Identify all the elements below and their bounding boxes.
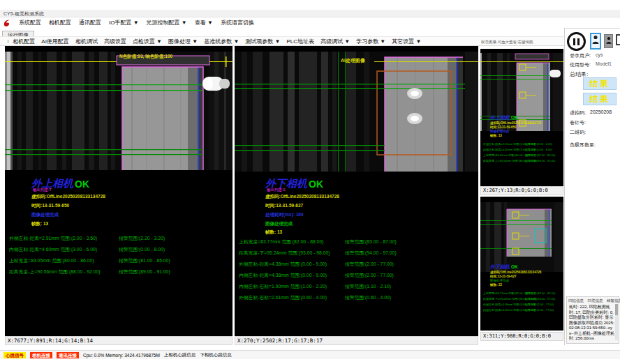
measure-text: 外侧左粘-距离=4.38mm 范围:(0.00 - 9.00) — [239, 261, 327, 268]
mini1-alarm: 报警范围:(81.00 - 85.00) — [525, 153, 555, 157]
cpu-memory-text: Cpu: 0.0% Memory: 3424.41796875M — [83, 353, 160, 358]
tool-spot-check[interactable]: 点检设置 ▼ — [133, 38, 162, 45]
frames-text-lower: 帧数: 13 — [265, 229, 282, 236]
menu-item-light-config[interactable]: 光源控制配置 ▼ — [147, 19, 187, 26]
mini2-alarm: 报警范围:(2.00 - 77.00) — [525, 303, 554, 306]
tool-baseline-params[interactable]: 基准线参数 ▼ — [204, 38, 239, 45]
tab-count-label: 负极耳数量: — [570, 142, 596, 149]
mini2-frames: 帧数: 13 — [490, 283, 502, 287]
mini2-alarm: 报警范围:(83.00 - 87.00) — [525, 291, 555, 295]
result-ok-upper: OK — [75, 179, 89, 190]
result-ok-lower: OK — [309, 179, 323, 190]
tool-other-settings[interactable]: 其它设置 ▼ — [392, 38, 421, 45]
menu-item-system-config[interactable]: 系统配置 — [19, 19, 41, 26]
window-title: CY5-视觉检测系统 — [3, 11, 44, 16]
mini2-done: 图像处理完成 — [490, 279, 509, 282]
camera-image-upper — [5, 52, 232, 170]
toolbar-grip[interactable]: ‖ — [7, 38, 9, 45]
pause-button[interactable] — [567, 32, 586, 51]
ai-image-label: AI处理图像 — [341, 57, 365, 64]
tool-plc-table[interactable]: PLC地址表 — [286, 38, 314, 45]
control-panel: 登录用户: cys 使用型号: Model1 总结果: 结果 结果 虚拟码: 2… — [564, 28, 620, 345]
mini1-camera-name: 外上相机 — [490, 114, 510, 121]
mini-view-1[interactable]: 外上相机 OK 虚拟码:OffLine20250208133134728 时间:… — [480, 49, 563, 186]
tool-camera-config[interactable]: 相机配置 — [13, 38, 35, 45]
login-user-label: 登录用户: — [570, 52, 591, 59]
judge-text-lower: 输出判定:0 — [267, 188, 286, 192]
alarm-text: 报警范围:(0.60 - 4.00) — [345, 294, 391, 301]
user-dark-icon — [606, 35, 612, 47]
alarm-text: 报警范围:(89.00 - 91.00) — [119, 268, 170, 275]
mini1-frames: 帧数: 13 — [490, 134, 502, 137]
frames-text-upper: 帧数: 13 — [31, 221, 48, 227]
measure-text: 内侧左粘-右粘=1.90mm 范围:(1.00 - 2.20) — [239, 283, 327, 290]
mini-image-2 — [480, 202, 563, 272]
lower-camera-heartbeat-text: 下相机心跳信息 — [200, 352, 232, 358]
alarm-text: 报警范围:(83.00 - 87.00) — [345, 238, 397, 245]
camera-view-lower[interactable]: AI处理图像 外下相机 OK 输出判定:0 虚拟码:OffLine2025020… — [235, 46, 478, 336]
heartbeat-badge: 心跳信号 — [3, 352, 26, 358]
result-box-2: 结果 — [583, 93, 617, 105]
tool-advanced-settings[interactable]: 高级设置 — [104, 38, 126, 45]
camera-view-upper[interactable]: N色阶值:93, 响色阶值:100 外上相机 OK 输出判定:T 虚拟码:Off… — [5, 46, 232, 336]
tool-image-process[interactable]: 图像处理 ▼ — [168, 38, 198, 45]
measure-text: 距离宽度-下=95.24mm 范围:(93.00 - 98.00) — [239, 250, 330, 257]
measure-text: 上粘宽度=83.05mm 范围:(80.00 - 86.00) — [9, 257, 94, 264]
admin-user-button[interactable] — [604, 34, 613, 48]
camera-image-lower — [235, 52, 478, 172]
user-icon — [592, 35, 599, 47]
info-tab-pit[interactable]: 凹坑信息 — [588, 298, 603, 303]
menu-item-view[interactable]: 查看 ▼ — [195, 19, 213, 26]
menu-item-camera-config[interactable]: 相机配置 — [49, 19, 71, 26]
menu-item-io-config[interactable]: IO手配置 ▼ — [109, 19, 139, 26]
qr-code-label: 二维码: — [570, 129, 586, 136]
mini2-time: 时间:13-31-59-627 — [490, 275, 517, 278]
mini2-barcode: 虚拟码:OffLine20250208133134728 — [490, 271, 541, 274]
time-text-upper: 时间:13-31-59-650 — [31, 203, 69, 209]
mini-hint-text: 双击图像,可放大查看;右键传图 — [481, 40, 533, 45]
done-text-lower: 图像处理完成 — [265, 221, 293, 227]
mini1-pixel-status: X:267;Y:13;R:0;G:0;B:0 — [480, 186, 563, 195]
menu-item-comm-config[interactable]: 通讯配置 — [79, 19, 101, 26]
alarm-text: 报警范围:(94.00 - 97.00) — [345, 250, 397, 257]
tool-test-params[interactable]: 测试项参数 ▼ — [245, 38, 280, 45]
barcode-text-upper: 虚拟码:OffLine20250208133134728 — [31, 194, 105, 200]
app-logo-icon — [3, 19, 11, 27]
exit-button[interactable] — [615, 34, 620, 48]
measure-text: 上粘宽度=83.77mm 范围:(82.00 - 88.00) — [239, 238, 323, 245]
mini-view-2[interactable]: 外下相机 OK 虚拟码:OffLine20250208133134728 时间:… — [480, 197, 563, 331]
menu-bar: 系统配置 相机配置 通讯配置 IO手配置 ▼ 光源控制配置 ▼ 查看 ▼ 系统语… — [0, 18, 620, 27]
upper-camera-heartbeat-text: 上相机心跳信息 — [164, 352, 196, 358]
info-tab-lint[interactable]: 棉絮信息 — [607, 298, 620, 303]
mini1-alarm: 报警范围:(2.20 - 3.20) — [525, 142, 552, 146]
mini1-barcode: 虚拟码:OffLine20250208133134728 — [490, 121, 541, 125]
menu-item-language[interactable]: 系统语言切换 — [221, 19, 254, 26]
info-tab-dent[interactable]: 凹陷信息 — [568, 298, 584, 303]
mini1-alarm: 报警范围:(0.00 - 8.00) — [525, 148, 552, 151]
status-bar: 心跳信号 相机连接 通讯连接 Cpu: 0.0% Memory: 3424.41… — [0, 350, 620, 359]
operator-login-button[interactable] — [590, 33, 601, 50]
judge-text-upper: 输出判定:T — [33, 188, 52, 192]
mini1-result-ok: OK — [511, 115, 518, 120]
gray-level-label: N色阶值:93, 响色阶值:100 — [119, 54, 172, 60]
info-scrollbar[interactable] — [615, 304, 618, 340]
camera-connect-badge: 相机连接 — [30, 352, 52, 358]
tool-learn-params[interactable]: 学习参数 ▼ — [356, 38, 385, 45]
info-log-text: 耗时: 222, 凹陷检测耗时: 17, 凹陷分类耗时: 0, 凹陷提取分区耗时… — [567, 304, 619, 342]
tool-ai-config[interactable]: AI使用配置 — [41, 38, 69, 45]
result-box-1: 结果 — [583, 77, 617, 90]
mini2-alarm: 报警范围:(94.00 - 97.00) — [525, 297, 555, 301]
tool-camera-debug[interactable]: 相机调试 — [75, 38, 98, 45]
alarm-text: 报警范围:(2.00 - 77.00) — [345, 272, 394, 279]
measure-text: 内侧左粘-距离=4.60mm 范围:(3.00 - 6.00) — [9, 246, 97, 253]
tool-advanced-debug[interactable]: 高级调试 ▼ — [320, 38, 350, 45]
pixel-status-upper: X:7677;Y:891;R:14;G:14;B:14 — [5, 336, 232, 345]
virtual-code-value: 20250208 — [590, 109, 612, 114]
tab-strip: 运行图像 — [0, 27, 620, 36]
model-value[interactable]: Model1 — [596, 61, 612, 66]
barcode-text-lower: 虚拟码:OffLine20250208133134728 — [265, 194, 339, 200]
pause-icon — [573, 38, 580, 45]
measure-text: 外侧左粘-距离=2.91mm 范围:(2.00 - 3.50) — [9, 235, 97, 242]
title-bar: CY5-视觉检测系统 — [0, 10, 620, 17]
exit-door-icon — [616, 34, 620, 48]
